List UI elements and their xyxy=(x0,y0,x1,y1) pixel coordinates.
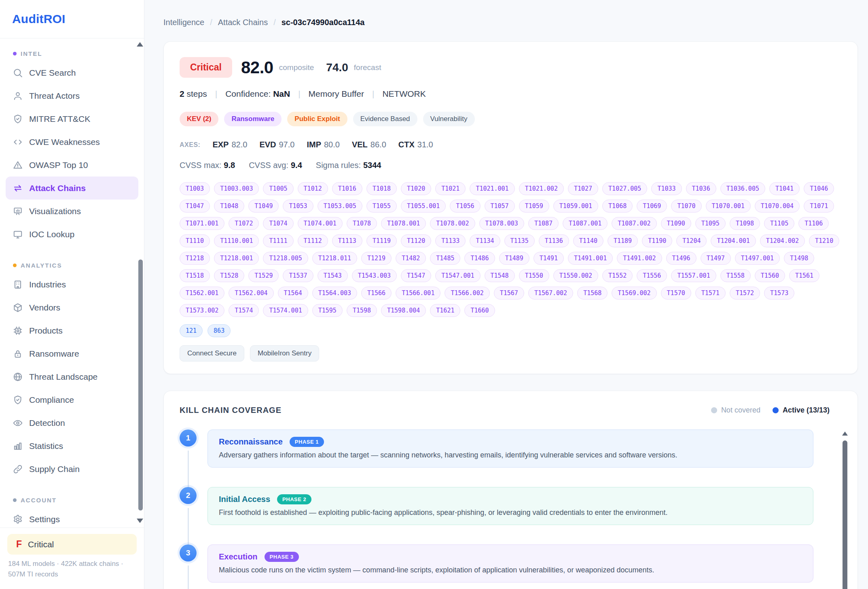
technique-chip[interactable]: T1016 xyxy=(332,182,362,195)
technique-chip[interactable]: T1046 xyxy=(804,182,834,195)
sidebar-scroll-down-icon[interactable] xyxy=(137,519,143,523)
technique-chip[interactable]: T1567 xyxy=(494,287,524,300)
technique-chip[interactable]: T1497.001 xyxy=(735,252,780,265)
technique-chip[interactable]: T1027 xyxy=(568,182,598,195)
sidebar-item-attack-chains[interactable]: Attack Chains xyxy=(6,176,138,200)
technique-chip[interactable]: T1090 xyxy=(661,217,691,230)
technique-chip[interactable]: T1072 xyxy=(229,217,259,230)
sidebar-item-supply-chain[interactable]: Supply Chain xyxy=(6,457,138,481)
technique-chip[interactable]: T1113 xyxy=(332,234,362,247)
technique-chip[interactable]: T1005 xyxy=(263,182,293,195)
technique-chip[interactable]: T1218.005 xyxy=(263,252,308,265)
product-chip[interactable]: Connect Secure xyxy=(180,345,244,361)
technique-chip[interactable]: T1547.001 xyxy=(435,269,480,282)
technique-chip[interactable]: T1074.001 xyxy=(298,217,343,230)
technique-chip[interactable]: T1105 xyxy=(764,217,794,230)
phase-card-initial-access[interactable]: Initial AccessPHASE 2First foothold is e… xyxy=(207,487,813,525)
technique-chip[interactable]: T1529 xyxy=(248,269,279,282)
technique-chip[interactable]: T1557.001 xyxy=(671,269,716,282)
technique-chip[interactable]: T1566 xyxy=(361,287,392,300)
technique-chip[interactable]: T1018 xyxy=(366,182,397,195)
sidebar-item-industries[interactable]: Industries xyxy=(6,273,138,296)
technique-chip[interactable]: T1518 xyxy=(180,269,210,282)
technique-chip[interactable]: T1003.003 xyxy=(214,182,259,195)
technique-chip[interactable]: T1136 xyxy=(539,234,569,247)
technique-chip[interactable]: T1033 xyxy=(651,182,682,195)
technique-chip[interactable]: T1070.001 xyxy=(706,200,751,213)
sidebar-item-visualizations[interactable]: Visualizations xyxy=(6,200,138,223)
technique-chip[interactable]: T1059.001 xyxy=(553,200,598,213)
technique-chip[interactable]: T1621 xyxy=(430,304,460,317)
technique-chip[interactable]: T1119 xyxy=(366,234,397,247)
technique-chip[interactable]: T1056 xyxy=(450,200,480,213)
technique-chip[interactable]: T1071.001 xyxy=(180,217,224,230)
technique-chip[interactable]: T1210 xyxy=(809,234,839,247)
technique-chip[interactable]: T1218 xyxy=(180,252,210,265)
technique-chip[interactable]: T1491.002 xyxy=(617,252,662,265)
technique-chip[interactable]: T1071 xyxy=(804,200,834,213)
technique-chip[interactable]: T1087.002 xyxy=(612,217,656,230)
technique-chip[interactable]: T1057 xyxy=(485,200,515,213)
technique-chip[interactable]: T1112 xyxy=(298,234,328,247)
technique-chip[interactable]: T1070 xyxy=(671,200,701,213)
technique-chip[interactable]: T1543 xyxy=(318,269,348,282)
phase-card-execution[interactable]: ExecutionPHASE 3Malicious code runs on t… xyxy=(207,544,813,583)
technique-chip[interactable]: T1055.001 xyxy=(401,200,446,213)
technique-chip[interactable]: T1571 xyxy=(695,287,726,300)
technique-chip[interactable]: T1021.001 xyxy=(470,182,514,195)
phase-card-reconnaissance[interactable]: ReconnaissancePHASE 1Adversary gathers i… xyxy=(207,430,813,468)
technique-chip[interactable]: T1491 xyxy=(534,252,564,265)
technique-chip[interactable]: T1558 xyxy=(720,269,751,282)
sidebar-item-mitre-att-ck[interactable]: MITRE ATT&CK xyxy=(6,107,138,130)
sidebar-item-owasp-top-10[interactable]: OWASP Top 10 xyxy=(6,153,138,176)
technique-chip[interactable]: T1550.002 xyxy=(553,269,598,282)
technique-chip[interactable]: T1543.003 xyxy=(352,269,397,282)
product-chip[interactable]: MobileIron Sentry xyxy=(250,345,319,361)
technique-chip[interactable]: T1120 xyxy=(401,234,431,247)
killchain-scroll-up-icon[interactable] xyxy=(842,432,848,436)
sidebar-item-settings[interactable]: Settings xyxy=(6,508,138,527)
technique-chip[interactable]: T1552 xyxy=(602,269,633,282)
technique-chip[interactable]: T1098 xyxy=(730,217,760,230)
cwe-chip[interactable]: 863 xyxy=(207,324,231,337)
technique-chip[interactable]: T1036.005 xyxy=(720,182,765,195)
technique-chip[interactable]: T1562.004 xyxy=(229,287,273,300)
technique-chip[interactable]: T1548 xyxy=(485,269,515,282)
technique-chip[interactable]: T1566.002 xyxy=(445,287,489,300)
technique-chip[interactable]: T1595 xyxy=(312,304,343,317)
tag-vulnerability[interactable]: Vulnerability xyxy=(423,112,475,126)
technique-chip[interactable]: T1070.004 xyxy=(755,200,800,213)
technique-chip[interactable]: T1133 xyxy=(435,234,466,247)
technique-chip[interactable]: T1660 xyxy=(464,304,495,317)
technique-chip[interactable]: T1560 xyxy=(755,269,785,282)
technique-chip[interactable]: T1567.002 xyxy=(528,287,573,300)
technique-chip[interactable]: T1550 xyxy=(519,269,549,282)
technique-chip[interactable]: T1572 xyxy=(730,287,760,300)
technique-chip[interactable]: T1087 xyxy=(528,217,559,230)
technique-chip[interactable]: T1485 xyxy=(430,252,460,265)
sidebar-scroll-up-icon[interactable] xyxy=(137,42,143,47)
technique-chip[interactable]: T1528 xyxy=(214,269,244,282)
sidebar-item-threat-landscape[interactable]: Threat Landscape xyxy=(6,365,138,388)
technique-chip[interactable]: T1564.003 xyxy=(312,287,357,300)
technique-chip[interactable]: T1059 xyxy=(519,200,549,213)
sidebar-item-ioc-lookup[interactable]: IOC Lookup xyxy=(6,223,138,246)
breadcrumb-link[interactable]: Attack Chains xyxy=(218,18,268,27)
technique-chip[interactable]: T1135 xyxy=(504,234,535,247)
technique-chip[interactable]: T1106 xyxy=(798,217,829,230)
technique-chip[interactable]: T1190 xyxy=(642,234,672,247)
technique-chip[interactable]: T1020 xyxy=(401,182,431,195)
technique-chip[interactable]: T1204.001 xyxy=(711,234,756,247)
grade-badge[interactable]: F Critical xyxy=(7,534,137,555)
technique-chip[interactable]: T1561 xyxy=(789,269,819,282)
technique-chip[interactable]: T1568 xyxy=(577,287,608,300)
technique-chip[interactable]: T1048 xyxy=(214,200,244,213)
technique-chip[interactable]: T1204 xyxy=(676,234,707,247)
technique-chip[interactable]: T1021 xyxy=(435,182,466,195)
technique-chip[interactable]: T1078 xyxy=(347,217,377,230)
technique-chip[interactable]: T1573.002 xyxy=(180,304,224,317)
technique-chip[interactable]: T1021.002 xyxy=(519,182,564,195)
tag-evidence-based[interactable]: Evidence Based xyxy=(353,112,417,126)
technique-chip[interactable]: T1570 xyxy=(661,287,691,300)
technique-chip[interactable]: T1562.001 xyxy=(180,287,224,300)
